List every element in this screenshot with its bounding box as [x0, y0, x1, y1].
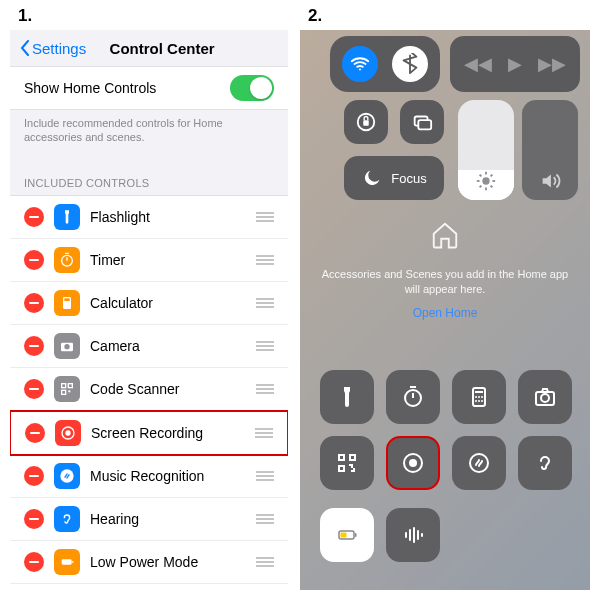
row-label: Screen Recording	[91, 425, 255, 441]
row-label: Music Recognition	[90, 468, 256, 484]
control-row-screen-recording[interactable]: Screen Recording	[10, 410, 288, 456]
svg-rect-53	[363, 120, 369, 126]
screen-mirroring-tile[interactable]	[400, 100, 444, 144]
remove-button[interactable]	[24, 250, 44, 270]
home-controls-footnote: Include recommended controls for Home ac…	[10, 110, 288, 159]
svg-point-71	[475, 400, 477, 402]
low-power-tile[interactable]	[320, 508, 374, 562]
qrcode-icon	[54, 376, 80, 402]
remove-button[interactable]	[24, 466, 44, 486]
record-icon	[55, 420, 81, 446]
row-label: Calculator	[90, 295, 256, 311]
drag-handle-icon[interactable]	[256, 467, 274, 485]
control-row-camera[interactable]: Camera	[10, 325, 288, 368]
control-row-low-power-mode[interactable]: Low Power Mode	[10, 541, 288, 584]
play-icon[interactable]: ▶	[508, 53, 522, 75]
svg-point-68	[475, 396, 477, 398]
control-center-panel: ◀◀ ▶ ▶▶ Focus Accessories and Scenes you…	[300, 30, 590, 590]
drag-handle-icon[interactable]	[256, 553, 274, 571]
calculator-tile[interactable]	[452, 370, 506, 424]
control-row-music-recognition[interactable]: Music Recognition	[10, 455, 288, 498]
svg-rect-8	[64, 298, 69, 301]
svg-rect-36	[62, 559, 72, 564]
battery-icon	[54, 549, 80, 575]
timer-icon	[54, 247, 80, 273]
svg-rect-80	[341, 533, 347, 538]
drag-handle-icon[interactable]	[256, 510, 274, 528]
voice-memos-tile[interactable]	[386, 508, 440, 562]
home-controls-section: Show Home Controls	[10, 66, 288, 110]
drag-handle-icon[interactable]	[255, 424, 273, 442]
ear-icon	[533, 451, 557, 475]
moon-icon	[361, 167, 383, 189]
bluetooth-button[interactable]	[392, 46, 428, 82]
drag-handle-icon[interactable]	[256, 208, 274, 226]
remove-button[interactable]	[24, 293, 44, 313]
included-header: INCLUDED CONTROLS	[10, 159, 288, 195]
screen-recording-tile[interactable]	[386, 436, 440, 490]
svg-point-77	[409, 459, 417, 467]
included-controls-list: FlashlightTimerCalculatorCameraCode Scan…	[10, 195, 288, 590]
wifi-button[interactable]	[342, 46, 378, 82]
camera-tile[interactable]	[518, 370, 572, 424]
svg-line-64	[491, 175, 493, 177]
connectivity-tile[interactable]	[330, 36, 440, 92]
row-label: Camera	[90, 338, 256, 354]
home-icon	[320, 220, 570, 257]
control-icons-grid	[320, 370, 580, 490]
media-controls-tile[interactable]: ◀◀ ▶ ▶▶	[450, 36, 580, 92]
open-home-link[interactable]: Open Home	[320, 306, 570, 320]
svg-rect-18	[68, 383, 72, 387]
timer-tile[interactable]	[386, 370, 440, 424]
speaker-icon	[539, 170, 561, 192]
control-row-flashlight[interactable]: Flashlight	[10, 196, 288, 239]
svg-point-72	[478, 400, 480, 402]
brightness-slider[interactable]	[458, 100, 514, 200]
rewind-icon[interactable]: ◀◀	[464, 53, 492, 75]
svg-rect-20	[68, 390, 70, 392]
control-row-timer[interactable]: Timer	[10, 239, 288, 282]
remove-button[interactable]	[25, 423, 45, 443]
remove-button[interactable]	[24, 552, 44, 572]
control-row-hearing[interactable]: Hearing	[10, 498, 288, 541]
svg-point-70	[481, 396, 483, 398]
row-label: Flashlight	[90, 209, 256, 225]
control-row-code-scanner[interactable]: Code Scanner	[10, 368, 288, 411]
svg-line-61	[480, 175, 482, 177]
svg-point-75	[541, 394, 549, 402]
wifi-icon	[349, 53, 371, 75]
svg-rect-19	[62, 390, 66, 394]
step-2-label: 2.	[308, 6, 322, 26]
control-row-calculator[interactable]: Calculator	[10, 282, 288, 325]
home-text: Accessories and Scenes you add in the Ho…	[320, 267, 570, 298]
orientation-lock-tile[interactable]	[344, 100, 388, 144]
remove-button[interactable]	[24, 336, 44, 356]
focus-tile[interactable]: Focus	[344, 156, 444, 200]
svg-point-73	[481, 400, 483, 402]
forward-icon[interactable]: ▶▶	[538, 53, 566, 75]
remove-button[interactable]	[24, 207, 44, 227]
svg-rect-17	[62, 383, 66, 387]
waveform-icon	[401, 523, 425, 547]
volume-slider[interactable]	[522, 100, 578, 200]
toggle-switch[interactable]	[230, 75, 274, 101]
drag-handle-icon[interactable]	[256, 380, 274, 398]
drag-handle-icon[interactable]	[256, 294, 274, 312]
shazam-icon	[54, 463, 80, 489]
hearing-tile[interactable]	[518, 436, 572, 490]
camera-icon	[54, 333, 80, 359]
shazam-tile[interactable]	[452, 436, 506, 490]
drag-handle-icon[interactable]	[256, 251, 274, 269]
remove-button[interactable]	[24, 509, 44, 529]
code-scanner-tile[interactable]	[320, 436, 374, 490]
flashlight-icon	[54, 204, 80, 230]
shazam-icon	[467, 451, 491, 475]
remove-button[interactable]	[24, 379, 44, 399]
svg-rect-55	[418, 120, 431, 129]
show-home-controls-row[interactable]: Show Home Controls	[10, 67, 288, 109]
control-row-voice-memos[interactable]: Voice Memos	[10, 584, 288, 590]
home-accessories-area: Accessories and Scenes you add in the Ho…	[320, 220, 570, 320]
flashlight-tile[interactable]	[320, 370, 374, 424]
svg-point-69	[478, 396, 480, 398]
drag-handle-icon[interactable]	[256, 337, 274, 355]
